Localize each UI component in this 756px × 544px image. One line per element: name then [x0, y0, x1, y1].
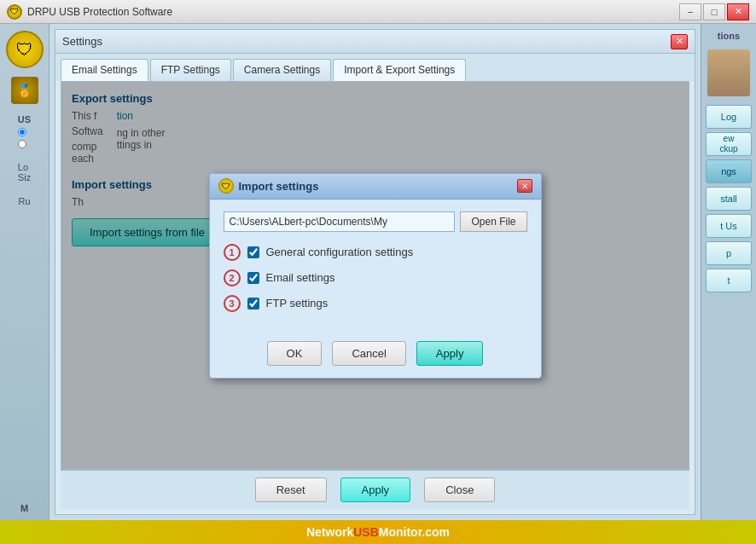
- checkbox-label-2: Email settings: [266, 271, 335, 284]
- tab-import-export[interactable]: Import & Export Settings: [333, 59, 466, 81]
- checkbox-ftp-settings[interactable]: [247, 298, 259, 310]
- settings-title: Settings: [62, 35, 102, 48]
- sidebar-small-icon: 🏅: [11, 77, 38, 104]
- import-settings-dialog: 🛡 Import settings ✕ Open File: [209, 173, 542, 379]
- shield-icon: 🛡: [16, 40, 33, 60]
- modal-overlay: 🛡 Import settings ✕ Open File: [61, 82, 689, 469]
- extra-button[interactable]: t: [706, 269, 752, 292]
- avatar: [707, 49, 750, 96]
- apply-button[interactable]: Apply: [340, 477, 411, 502]
- checkbox-general-config[interactable]: [247, 246, 259, 258]
- app-title: DRPU USB Protection Software: [27, 6, 172, 18]
- tab-camera-settings[interactable]: Camera Settings: [233, 59, 331, 81]
- m-label: M: [20, 503, 28, 513]
- checkbox-email-settings[interactable]: [247, 272, 259, 284]
- log-button[interactable]: Log: [706, 105, 752, 129]
- modal-footer: OK Cancel Apply: [210, 333, 541, 378]
- modal-apply-button[interactable]: Apply: [416, 341, 484, 366]
- sidebar-logo: 🛡: [6, 31, 44, 68]
- right-sidebar: tions Log ewckup ngs stall t Us p t: [701, 24, 756, 520]
- file-input-row: Open File: [224, 211, 527, 232]
- radio-row-1: [18, 128, 31, 136]
- settings-bottom-buttons: Reset Apply Close: [61, 470, 689, 509]
- modal-body: Open File 1 General configuration settin…: [210, 200, 541, 333]
- tab-ftp-settings[interactable]: FTP Settings: [150, 59, 231, 81]
- radio-option-2[interactable]: [18, 140, 26, 148]
- settings-title-bar: Settings ✕: [55, 30, 695, 54]
- settings-button[interactable]: ngs: [706, 159, 752, 183]
- usb-label-area: US: [18, 114, 31, 148]
- log-label: Lo: [18, 162, 31, 172]
- run-label: Ru: [18, 196, 30, 206]
- title-bar-controls: − □ ✕: [679, 3, 749, 20]
- modal-logo-icon: 🛡: [218, 178, 234, 194]
- title-bar: 🛡 DRPU USB Protection Software − □ ✕: [0, 0, 756, 24]
- run-label-area: Ru: [18, 196, 30, 206]
- modal-close-button[interactable]: ✕: [517, 179, 532, 193]
- reset-button[interactable]: Reset: [255, 477, 327, 502]
- backup-button[interactable]: ewckup: [706, 132, 752, 156]
- main-window: 🛡 🏅 US Lo Siz Ru M: [0, 24, 756, 520]
- minimize-button[interactable]: −: [679, 3, 701, 20]
- sidebar-bottom-label: M: [20, 503, 28, 513]
- size-label: Siz: [18, 172, 31, 182]
- tab-content: Export settings This f Softwa comp each …: [61, 81, 689, 470]
- modal-title: Import settings: [239, 180, 319, 193]
- right-top-label: tions: [718, 31, 740, 41]
- modal-title-left: 🛡 Import settings: [218, 178, 319, 194]
- install-button[interactable]: stall: [706, 187, 752, 211]
- radio-option-1[interactable]: [18, 128, 26, 136]
- help-button[interactable]: p: [706, 241, 752, 265]
- file-path-input[interactable]: [224, 211, 456, 232]
- step-number-3: 3: [224, 295, 241, 312]
- footer-monitor: Monitor.com: [379, 525, 450, 539]
- footer-bar: Network USB Monitor.com: [0, 520, 756, 544]
- maximize-button[interactable]: □: [703, 3, 725, 20]
- settings-dialog: Settings ✕ Email Settings FTP Settings C…: [55, 29, 695, 515]
- tabs-bar: Email Settings FTP Settings Camera Setti…: [55, 54, 695, 81]
- usb-label: US: [18, 114, 31, 124]
- tab-email-settings[interactable]: Email Settings: [61, 59, 148, 81]
- checkbox-label-1: General configuration settings: [266, 246, 414, 258]
- contact-us-button[interactable]: t Us: [706, 214, 752, 238]
- checkbox-label-3: FTP settings: [266, 297, 329, 310]
- content-area: Settings ✕ Email Settings FTP Settings C…: [49, 24, 701, 520]
- step-number-2: 2: [224, 269, 241, 286]
- badge-icon: 🏅: [17, 84, 32, 97]
- modal-ok-button[interactable]: OK: [267, 341, 323, 366]
- step-number-1: 1: [224, 244, 241, 261]
- settings-close-button[interactable]: ✕: [671, 34, 688, 49]
- open-file-button[interactable]: Open File: [460, 211, 526, 232]
- radio-row-2: [18, 140, 31, 148]
- modal-title-bar: 🛡 Import settings ✕: [210, 174, 541, 200]
- checkbox-row-3: 3 FTP settings: [224, 295, 527, 312]
- title-bar-left: 🛡 DRPU USB Protection Software: [7, 4, 172, 20]
- log-size-area: Lo Siz: [18, 162, 31, 182]
- footer-usb: USB: [353, 525, 379, 539]
- left-sidebar: 🛡 🏅 US Lo Siz Ru M: [0, 24, 49, 520]
- close-button[interactable]: ✕: [727, 3, 749, 20]
- checkbox-row-1: 1 General configuration settings: [224, 244, 527, 261]
- app-icon: 🛡: [7, 4, 22, 20]
- footer-network: Network: [306, 525, 353, 539]
- modal-cancel-button[interactable]: Cancel: [332, 341, 405, 366]
- checkbox-row-2: 2 Email settings: [224, 269, 527, 286]
- close-settings-button[interactable]: Close: [424, 477, 495, 502]
